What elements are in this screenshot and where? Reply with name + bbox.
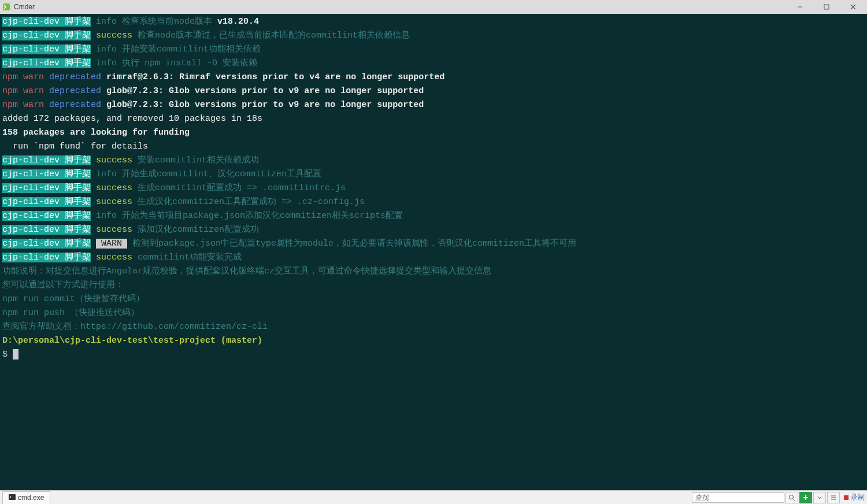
terminal-line: cjp-cli-dev 脚手架 success 生成汉化commitizen工具… — [2, 195, 865, 209]
minimize-button[interactable] — [788, 1, 812, 13]
window-titlebar: Cmder — [0, 0, 867, 14]
terminal-line: $ — [2, 348, 865, 362]
svg-rect-2 — [824, 5, 829, 9]
maximize-button[interactable] — [815, 1, 838, 13]
app-icon — [2, 3, 10, 11]
svg-point-6 — [790, 495, 794, 499]
terminal-line: cjp-cli-dev 脚手架 info 执行 npm install -D 安… — [2, 57, 865, 71]
terminal-line: cjp-cli-dev 脚手架 info 开始为当前项目package.json… — [2, 209, 865, 223]
tab-icon — [9, 494, 16, 502]
terminal-line: cjp-cli-dev 脚手架 success 安装commitlint相关依赖… — [2, 154, 865, 168]
svg-line-7 — [793, 499, 795, 501]
cursor — [13, 349, 18, 360]
terminal-line: D:\personal\cjp-cli-dev-test\test-projec… — [2, 334, 865, 348]
tab-cmd[interactable]: cmd.exe — [2, 491, 50, 504]
terminal-line: cjp-cli-dev 脚手架 WARN 检测到package.json中已配置… — [2, 237, 865, 251]
terminal-line: npm run commit（快捷暂存代码） — [2, 292, 865, 306]
terminal-line: npm warn deprecated glob@7.2.3: Glob ver… — [2, 84, 865, 98]
terminal-line: run `npm fund` for details — [2, 140, 865, 154]
terminal-line: added 172 packages, and removed 10 packa… — [2, 112, 865, 126]
svg-rect-5 — [9, 494, 16, 500]
terminal-line: cjp-cli-dev 脚手架 info 开始生成commitlint、汉化co… — [2, 168, 865, 181]
close-button[interactable] — [842, 1, 865, 13]
search-input[interactable] — [692, 492, 784, 503]
terminal-output[interactable]: cjp-cli-dev 脚手架 info 检查系统当前node版本 v18.20… — [0, 14, 867, 476]
terminal-line: cjp-cli-dev 脚手架 success commitlint功能安装完成 — [2, 251, 865, 265]
dropdown-button[interactable] — [813, 492, 826, 503]
terminal-line: 158 packages are looking for funding — [2, 126, 865, 140]
new-tab-button[interactable] — [799, 492, 812, 503]
terminal-line: cjp-cli-dev 脚手架 success 添加汉化commitizen配置… — [2, 223, 865, 237]
terminal-line: npm run push （快捷推送代码） — [2, 306, 865, 320]
terminal-line: 功能说明：对提交信息进行Angular规范校验，提供配套汉化版终端cz交互工具，… — [2, 265, 865, 279]
terminal-line: cjp-cli-dev 脚手架 info 检查系统当前node版本 v18.20… — [2, 15, 865, 29]
terminal-line: npm warn deprecated rimraf@2.6.3: Rimraf… — [2, 71, 865, 84]
terminal-line: cjp-cli-dev 脚手架 info 开始安装commitlint功能相关依… — [2, 43, 865, 57]
record-label[interactable]: 录制 — [843, 492, 865, 502]
menu-button[interactable] — [827, 492, 840, 503]
terminal-line: npm warn deprecated glob@7.2.3: Glob ver… — [2, 98, 865, 112]
window-title: Cmder — [14, 3, 35, 11]
terminal-line: cjp-cli-dev 脚手架 success 检查node版本通过，已生成当前… — [2, 29, 865, 43]
terminal-line: 查阅官方帮助文档：https://github.com/commitizen/c… — [2, 320, 865, 334]
search-button[interactable] — [786, 492, 798, 503]
svg-rect-13 — [844, 495, 849, 500]
tab-label: cmd.exe — [18, 494, 44, 502]
tab-bar: cmd.exe 录制 — [0, 490, 867, 504]
terminal-line: 您可以通过以下方式进行使用： — [2, 279, 865, 292]
terminal-line: cjp-cli-dev 脚手架 success 生成commitlint配置成功… — [2, 181, 865, 195]
